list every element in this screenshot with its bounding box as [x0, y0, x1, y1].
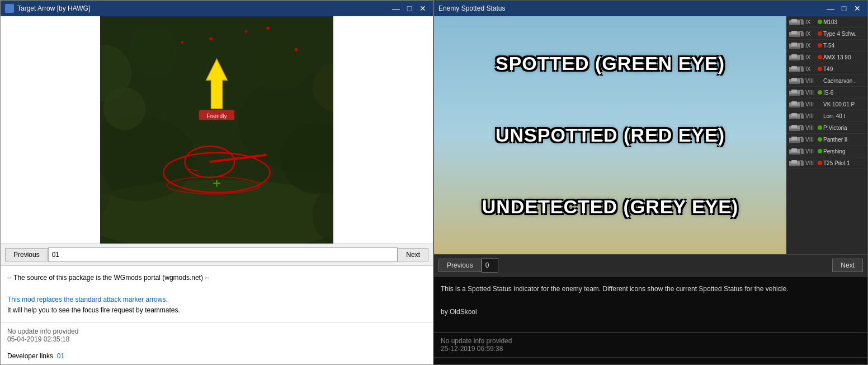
svg-rect-13 — [245, 30, 247, 32]
tank-list-item: IXAMX 13 90 — [786, 52, 867, 63]
svg-rect-58 — [791, 90, 797, 93]
svg-line-39 — [797, 43, 803, 44]
spotted-image: Spotted (Green Eye) Unspotted (Red Eye) … — [434, 16, 786, 254]
right-update-line2: 25-12-2019 06:59:38 — [441, 345, 861, 353]
right-content-area: Spotted (Green Eye) Unspotted (Red Eye) … — [434, 16, 867, 254]
tank-name: T25 Pilot 1 — [823, 160, 850, 166]
tank-name: Pershing — [823, 148, 845, 155]
svg-line-54 — [797, 78, 803, 79]
svg-rect-33 — [791, 31, 797, 34]
tank-list-item: IXT-54 — [786, 40, 867, 52]
svg-line-89 — [797, 161, 803, 161]
right-titlebar-controls: — □ ✕ — [825, 3, 863, 13]
svg-rect-91 — [801, 161, 804, 166]
left-desc-line1: -- The source of this package is the WGm… — [7, 273, 426, 283]
svg-rect-36 — [801, 32, 804, 36]
right-minimize-button[interactable]: — — [825, 3, 836, 13]
tank-name: Type 4 Schw. — [823, 31, 856, 37]
right-page-input[interactable] — [482, 258, 498, 273]
tank-tier: VIII — [805, 101, 817, 107]
left-title-text: Target Arrow [by HAWG] — [17, 4, 390, 12]
right-description: This is a Spotted Status Indicator for t… — [434, 276, 867, 332]
svg-line-49 — [797, 67, 803, 67]
left-update-line2: 05-04-2019 02:35:18 — [7, 335, 426, 343]
tank-tier: VIII — [805, 160, 817, 166]
svg-rect-38 — [791, 43, 797, 46]
left-previous-button[interactable]: Previous — [5, 248, 48, 261]
tank-list-item: VIIICaernarvon . — [786, 75, 867, 87]
left-desc-line4: It will help you to see the focus fire r… — [7, 305, 426, 316]
tank-name: T-54 — [823, 43, 834, 49]
left-update-info: No update info provided 05-04-2019 02:35… — [1, 322, 433, 348]
tank-tier: IX — [805, 19, 817, 25]
svg-line-84 — [797, 149, 803, 149]
undetected-grey-eye-text: Undetected (Grey Eye) — [482, 196, 739, 218]
left-maximize-button[interactable]: □ — [404, 3, 415, 13]
left-title-icon — [5, 4, 14, 13]
tank-name: VK 100.01 P — [823, 101, 855, 107]
tank-tier: VIII — [805, 148, 817, 155]
right-previous-button[interactable]: Previous — [438, 259, 482, 272]
svg-point-6 — [103, 87, 145, 130]
svg-line-34 — [797, 31, 803, 32]
tank-tier: VIII — [805, 125, 817, 131]
left-page-input[interactable] — [48, 247, 398, 262]
left-white-bar — [1, 16, 100, 244]
left-minimize-button[interactable]: — — [390, 3, 402, 13]
svg-line-59 — [797, 90, 803, 91]
right-maximize-button[interactable]: □ — [838, 3, 850, 13]
left-panel: Target Arrow [by HAWG] — □ ✕ — [0, 0, 433, 365]
tank-list: IXM103 IXType 4 Schw. IXT-54 IXAMX 13 90… — [786, 16, 867, 254]
tank-tier: VIII — [805, 113, 817, 119]
right-desc-line1: This is a Spotted Status Indicator for t… — [441, 283, 861, 294]
tank-tier: IX — [805, 43, 817, 49]
svg-rect-83 — [791, 148, 797, 152]
svg-rect-15 — [181, 41, 183, 43]
tank-status-dot — [818, 55, 822, 59]
tank-name: AMX 13 90 — [823, 54, 851, 60]
right-close-button[interactable]: ✕ — [852, 3, 863, 13]
svg-rect-76 — [801, 126, 804, 130]
svg-rect-81 — [801, 138, 804, 142]
tank-status-dot — [818, 20, 822, 24]
svg-line-29 — [797, 20, 803, 20]
game-screenshot-inner: Friendly — [100, 16, 333, 244]
tank-tier: IX — [805, 54, 817, 60]
svg-rect-56 — [801, 79, 804, 83]
tank-list-item: IXM103 — [786, 16, 867, 28]
svg-rect-80 — [789, 141, 800, 143]
left-titlebar: Target Arrow [by HAWG] — □ ✕ — [1, 1, 433, 16]
svg-rect-45 — [789, 59, 800, 60]
svg-rect-70 — [789, 118, 800, 119]
tank-name: P:Victoria — [823, 125, 847, 131]
tank-list-item: VIIILorr. 40 t — [786, 110, 867, 122]
svg-rect-90 — [789, 165, 800, 166]
right-panel: Enemy Spotted Status — □ ✕ Spotted (Gree… — [433, 0, 868, 365]
right-next-button[interactable]: Next — [832, 259, 863, 272]
svg-rect-86 — [801, 149, 804, 154]
left-image-area: Friendly — [1, 16, 433, 244]
tank-status-dot — [818, 67, 822, 71]
right-update-line1: No update info provided — [441, 337, 861, 345]
left-developer-links: Developer links 01 — [1, 348, 433, 364]
tank-status-dot — [818, 149, 822, 153]
tank-tier: VIII — [805, 90, 817, 96]
left-next-button[interactable]: Next — [398, 248, 428, 261]
left-close-button[interactable]: ✕ — [417, 3, 428, 13]
svg-line-79 — [797, 137, 803, 138]
tank-list-item: VIIIP:Victoria — [786, 122, 867, 134]
left-update-line1: No update info provided — [7, 327, 426, 335]
svg-rect-16 — [266, 27, 269, 30]
svg-rect-63 — [791, 101, 797, 105]
tank-status-dot — [818, 161, 822, 165]
tank-name: Lorr. 40 t — [823, 113, 845, 119]
svg-rect-14 — [295, 48, 298, 51]
svg-rect-88 — [791, 160, 797, 163]
left-dev-link[interactable]: 01 — [57, 352, 64, 360]
tank-list-item: VIIIVK 100.01 P — [786, 99, 867, 110]
svg-rect-51 — [801, 67, 804, 72]
svg-rect-61 — [801, 91, 804, 95]
right-desc-line3: by OldSkool — [441, 306, 861, 317]
tank-status-dot — [818, 125, 822, 130]
tank-list-item: VIIIT25 Pilot 1 — [786, 157, 867, 169]
